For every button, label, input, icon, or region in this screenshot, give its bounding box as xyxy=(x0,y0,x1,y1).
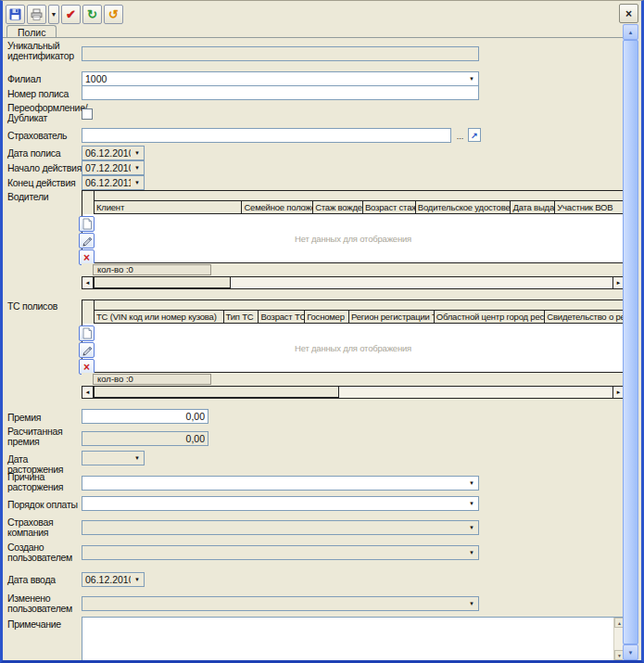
red-checkmark-icon: ✔ xyxy=(66,7,76,21)
column-header[interactable]: Госномер xyxy=(305,311,349,323)
close-button[interactable]: × xyxy=(619,4,638,23)
scroll-down-icon[interactable]: ▼ xyxy=(614,650,623,660)
end-date-picker[interactable]: 06.12.2011 ▼ xyxy=(82,175,145,190)
note-field[interactable]: ▲ ▼ xyxy=(82,617,623,660)
scroll-down-icon[interactable]: ▼ xyxy=(623,644,638,660)
drivers-empty-text: Нет данных для отображения xyxy=(295,234,411,244)
policy-date-picker[interactable]: 06.12.2010 ▼ xyxy=(82,146,145,160)
column-header[interactable]: Свидетельство о регистрации xyxy=(545,311,623,323)
drivers-grid-area: Клиент Семейное положение Стаж вождения … xyxy=(82,190,623,263)
print-dropdown-button[interactable]: ▼ xyxy=(48,5,59,24)
column-header[interactable]: Возраст стаж xyxy=(363,201,416,213)
dropdown-arrow-icon: ▼ xyxy=(51,11,57,18)
calc-premium-label: Расчитанная премия xyxy=(7,427,82,447)
drivers-edit-button[interactable] xyxy=(79,233,95,249)
insured-open-button[interactable]: ↗ xyxy=(468,128,481,142)
insured-field[interactable] xyxy=(82,128,451,143)
vehicles-scroll-thumb[interactable] xyxy=(94,387,339,398)
drivers-add-button[interactable] xyxy=(79,216,95,232)
insured-label: Страхователь xyxy=(7,131,82,141)
chevron-down-icon[interactable]: ▼ xyxy=(131,176,144,189)
column-header[interactable]: ТС (VIN код или номер кузова) xyxy=(95,311,224,323)
vehicles-edit-button[interactable] xyxy=(79,342,95,358)
reissue-label: Переоформление/ Дубликат xyxy=(7,103,82,123)
column-header[interactable]: Дата выдачи xyxy=(511,201,555,213)
new-page-icon xyxy=(82,218,93,230)
vehicles-horizontal-scrollbar[interactable]: ◄ ► xyxy=(82,386,623,399)
open-form-icon: ↗ xyxy=(471,131,478,140)
insured-browse-button[interactable]: ... xyxy=(453,129,467,143)
column-header[interactable]: Стаж вождения xyxy=(313,201,363,213)
drivers-indicator-column xyxy=(82,191,95,214)
chevron-down-icon[interactable]: ▼ xyxy=(131,452,144,465)
window-vertical-scrollbar[interactable]: ▲ ▼ xyxy=(623,24,638,660)
created-by-combo: ▼ xyxy=(82,545,479,560)
payment-order-label: Порядок оплаты xyxy=(7,500,82,510)
drivers-grid-body: Нет данных для отображения xyxy=(82,214,623,262)
chevron-down-icon[interactable]: ▼ xyxy=(131,147,144,159)
entry-date-value: 06.12.2010 xyxy=(82,574,131,585)
entry-date-picker[interactable]: 06.12.2010 ▼ xyxy=(82,572,145,587)
scroll-left-icon[interactable]: ◄ xyxy=(82,387,94,398)
pencil-icon xyxy=(81,344,93,356)
column-header[interactable]: Регион регистрации ТС xyxy=(349,311,435,323)
drivers-horizontal-scrollbar[interactable]: ◄ ► xyxy=(82,276,623,289)
chevron-down-icon[interactable]: ▼ xyxy=(465,477,478,490)
unique-id-field xyxy=(82,46,479,61)
entry-date-label: Дата ввода xyxy=(7,575,82,585)
start-date-picker[interactable]: 07.12.2010 ▼ xyxy=(82,160,145,175)
termination-reason-combo[interactable]: ▼ xyxy=(82,476,479,491)
start-date-value: 07.12.2010 xyxy=(82,162,131,173)
premium-field[interactable] xyxy=(82,409,208,424)
scroll-left-icon[interactable]: ◄ xyxy=(82,277,94,288)
policy-number-label: Номер полиса xyxy=(7,89,82,99)
termination-date-picker[interactable]: ▼ xyxy=(82,451,145,465)
pencil-icon xyxy=(81,235,93,247)
policy-number-field[interactable] xyxy=(82,85,479,100)
created-by-label: Создано пользователем xyxy=(7,542,82,563)
payment-order-combo[interactable]: ▼ xyxy=(82,496,479,511)
print-button[interactable] xyxy=(27,5,46,24)
column-header[interactable]: Областной центр город респ знач xyxy=(435,311,546,323)
save-button[interactable] xyxy=(6,5,25,24)
column-header[interactable]: Возраст ТС xyxy=(259,311,305,323)
vehicles-grid: ТС (VIN код или номер кузова) Тип ТС Воз… xyxy=(82,300,623,399)
validate-button[interactable]: ✔ xyxy=(61,5,81,24)
chevron-down-icon[interactable]: ▼ xyxy=(465,497,478,510)
end-date-label: Конец действия xyxy=(7,178,82,188)
scroll-right-icon[interactable]: ► xyxy=(612,277,623,288)
refresh-button[interactable]: ↺ xyxy=(104,5,123,24)
column-header[interactable]: Участник ВОВ xyxy=(555,201,623,213)
chevron-down-icon: ▼ xyxy=(465,546,478,559)
drivers-scroll-thumb[interactable] xyxy=(94,277,231,288)
scroll-right-icon[interactable]: ► xyxy=(612,387,623,398)
scroll-up-icon[interactable]: ▲ xyxy=(623,24,638,40)
termination-reason-label: Причина расторжения xyxy=(7,472,82,492)
chevron-down-icon[interactable]: ▼ xyxy=(131,573,144,586)
chevron-down-icon[interactable]: ▼ xyxy=(131,161,144,174)
column-header[interactable]: Водительское удостоверение xyxy=(416,201,511,213)
chevron-down-icon[interactable]: ▼ xyxy=(465,72,478,85)
column-header[interactable]: Клиент xyxy=(95,201,242,213)
scroll-up-icon[interactable]: ▲ xyxy=(614,618,623,628)
note-scrollbar[interactable]: ▲ ▼ xyxy=(613,618,623,660)
vehicles-section-label: ТС полисов xyxy=(7,301,82,312)
column-header[interactable]: Тип ТС xyxy=(224,311,259,323)
calc-premium-field xyxy=(82,431,208,446)
ellipsis-icon: ... xyxy=(457,132,464,141)
drivers-section-label: Водители xyxy=(7,192,82,202)
vehicles-add-button[interactable] xyxy=(79,325,95,341)
delete-x-icon: × xyxy=(83,253,90,262)
vehicles-footer: кол-во :0 xyxy=(82,373,623,386)
vertical-scroll-thumb[interactable] xyxy=(623,40,638,644)
branch-combo[interactable]: 1000 ▼ xyxy=(82,71,479,86)
branch-value: 1000 xyxy=(82,73,465,84)
column-header[interactable]: Семейное положение xyxy=(242,201,313,213)
modified-by-label: Изменено пользователем xyxy=(7,593,82,614)
chevron-down-icon: ▼ xyxy=(465,597,478,610)
reissue-checkbox[interactable] xyxy=(82,108,93,120)
tab-label: Полис xyxy=(18,27,45,38)
modified-by-combo: ▼ xyxy=(82,596,479,611)
reload-button[interactable]: ↻ xyxy=(82,5,102,24)
tab-policy[interactable]: Полис xyxy=(6,25,57,38)
